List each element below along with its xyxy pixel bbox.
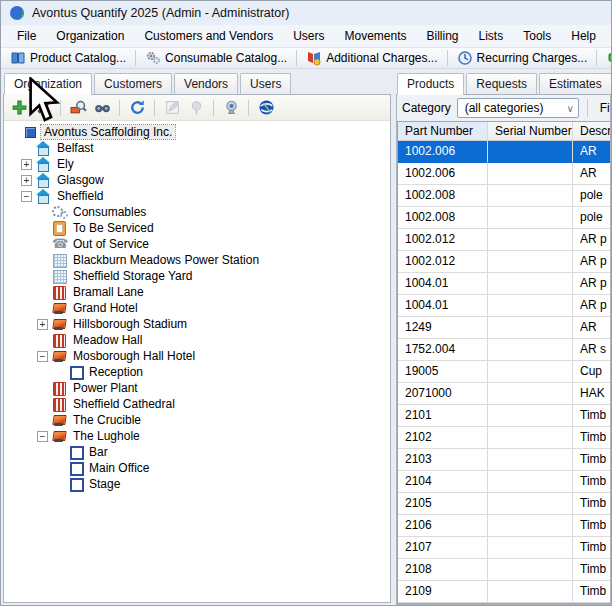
tree-item[interactable]: Belfast	[4, 140, 390, 156]
table-row[interactable]: 2104 Timb	[398, 471, 610, 493]
table-row[interactable]: 1002.012 AR p	[398, 229, 610, 251]
table-row[interactable]: 1002.008 pole	[398, 207, 610, 229]
street-view-button[interactable]	[220, 97, 242, 119]
tree-expander[interactable]	[37, 319, 48, 330]
filter-button[interactable]: Filter	[594, 98, 610, 118]
tree-item[interactable]: Ely	[4, 156, 390, 172]
tree-item[interactable]: Sheffield Cathedral	[4, 396, 390, 412]
cell-description: Timb	[573, 427, 610, 449]
tree-expander[interactable]	[37, 431, 48, 442]
cell-part-number: 2106	[398, 515, 488, 537]
map-pin-icon	[188, 99, 205, 116]
tree-item[interactable]: Mosborough Hall Hotel	[4, 348, 390, 364]
right-panel-tab[interactable]: Products	[397, 73, 464, 95]
google-earth-button[interactable]	[255, 97, 277, 119]
tree-item[interactable]: Bar	[4, 444, 390, 460]
tree-item[interactable]: The Crucible	[4, 412, 390, 428]
left-panel-tab[interactable]: Customers	[94, 73, 172, 94]
tree-item[interactable]: Hillsborough Stadium	[4, 316, 390, 332]
add-button[interactable]	[8, 97, 30, 119]
left-panel-tab[interactable]: Organization	[4, 73, 92, 95]
tree-item[interactable]: Glasgow	[4, 172, 390, 188]
table-row[interactable]: 2102 Timb	[398, 427, 610, 449]
tree-item[interactable]: Grand Hotel	[4, 300, 390, 316]
table-row[interactable]: 2108 Timb	[398, 559, 610, 581]
cell-description: AR s	[573, 339, 610, 361]
menu-item[interactable]: Billing	[417, 26, 469, 46]
tree-item[interactable]: Blackburn Meadows Power Station	[4, 252, 390, 268]
tree-item[interactable]: Sheffield Storage Yard	[4, 268, 390, 284]
table-row[interactable]: 1004.01 AR p	[398, 295, 610, 317]
tree-item-icon	[52, 285, 67, 299]
recurring-charges-button[interactable]: Recurring Charges...	[452, 48, 593, 68]
tree-item-label: Blackburn Meadows Power Station	[70, 253, 262, 267]
table-row[interactable]: 2107 Timb	[398, 537, 610, 559]
tree-item-icon	[52, 381, 67, 395]
tree-item[interactable]: Stage	[4, 476, 390, 492]
tree-expander[interactable]	[37, 351, 48, 362]
tree-item-icon	[68, 461, 83, 475]
table-row[interactable]: 1002.012 AR p	[398, 251, 610, 273]
cell-part-number: 2071000	[398, 383, 488, 405]
table-row[interactable]: 2109 Timb	[398, 581, 610, 603]
tree-expander[interactable]	[21, 191, 32, 202]
tree-expander[interactable]	[21, 175, 32, 186]
tree-item[interactable]: Meadow Hall	[4, 332, 390, 348]
right-panel-tab[interactable]: Estimates	[539, 73, 611, 94]
left-panel-tab[interactable]: Users	[240, 73, 291, 94]
table-row[interactable]: 2105 Timb	[398, 493, 610, 515]
category-dropdown[interactable]: (all categories) ∨	[457, 98, 579, 118]
tree-item[interactable]: Avontus Scaffolding Inc.	[4, 124, 390, 140]
cell-serial-number	[488, 317, 573, 339]
tree-item[interactable]: Consumables	[4, 204, 390, 220]
menu-item[interactable]: Organization	[46, 26, 134, 46]
refresh-button[interactable]	[126, 97, 148, 119]
menu-item[interactable]: Lists	[469, 26, 514, 46]
cell-description: pole	[573, 185, 610, 207]
tree-item[interactable]: Power Plant	[4, 380, 390, 396]
additional-charges-button[interactable]: Additional Charges...	[301, 48, 442, 68]
cell-serial-number	[488, 339, 573, 361]
menu-item[interactable]: Customers and Vendors	[134, 26, 283, 46]
menu-item[interactable]: Movements	[334, 26, 416, 46]
table-row[interactable]: 1004.01 AR p	[398, 273, 610, 295]
table-row[interactable]: 2071000 HAK	[398, 383, 610, 405]
table-row[interactable]: 1002.006 AR	[398, 163, 610, 185]
tree-item[interactable]: Reception	[4, 364, 390, 380]
menu-item[interactable]: Help	[561, 26, 606, 46]
table-row[interactable]: 2101 Timb	[398, 405, 610, 427]
menu-item[interactable]: Users	[283, 26, 334, 46]
tree-item[interactable]: Out of Service	[4, 236, 390, 252]
tree-item[interactable]: To Be Serviced	[4, 220, 390, 236]
delete-button[interactable]	[32, 97, 54, 119]
tree-expander[interactable]	[21, 159, 32, 170]
column-header-description[interactable]: Description	[573, 122, 610, 141]
table-row[interactable]: 1249 AR	[398, 317, 610, 339]
product-catalog-button[interactable]: Product Catalog...	[5, 48, 131, 68]
tree-item[interactable]: Sheffield	[4, 188, 390, 204]
table-row[interactable]: 1752.004 AR s	[398, 339, 610, 361]
consumable-catalog-button[interactable]: Consumable Catalog...	[140, 48, 292, 68]
table-row[interactable]: 19005 Cup	[398, 361, 610, 383]
find-button[interactable]	[91, 97, 113, 119]
cell-serial-number	[488, 471, 573, 493]
cell-description: Timb	[573, 581, 610, 603]
table-row[interactable]: 1002.008 pole	[398, 185, 610, 207]
table-row[interactable]: 1002.006 AR	[398, 141, 610, 163]
toolbar-separator	[596, 50, 597, 66]
tree-item[interactable]: Main Office	[4, 460, 390, 476]
left-panel-tab[interactable]: Vendors	[174, 73, 238, 94]
table-row[interactable]: 2106 Timb	[398, 515, 610, 537]
menu-item[interactable]: Tools	[513, 26, 561, 46]
tree-item-label: Bar	[86, 445, 111, 459]
column-header-part-number[interactable]: Part Number	[398, 122, 488, 141]
tree-item[interactable]: The Lughole	[4, 428, 390, 444]
rate-profile-button[interactable]: Rate Profile	[601, 48, 611, 68]
menu-item[interactable]: File	[7, 26, 46, 46]
find-jobsite-button[interactable]	[67, 97, 89, 119]
table-row[interactable]: 2103 Timb	[398, 449, 610, 471]
tree-item[interactable]: Bramall Lane	[4, 284, 390, 300]
column-header-serial-number[interactable]: Serial Number	[488, 122, 573, 141]
right-panel-tab[interactable]: Requests	[466, 73, 537, 94]
gears-icon	[145, 50, 161, 66]
